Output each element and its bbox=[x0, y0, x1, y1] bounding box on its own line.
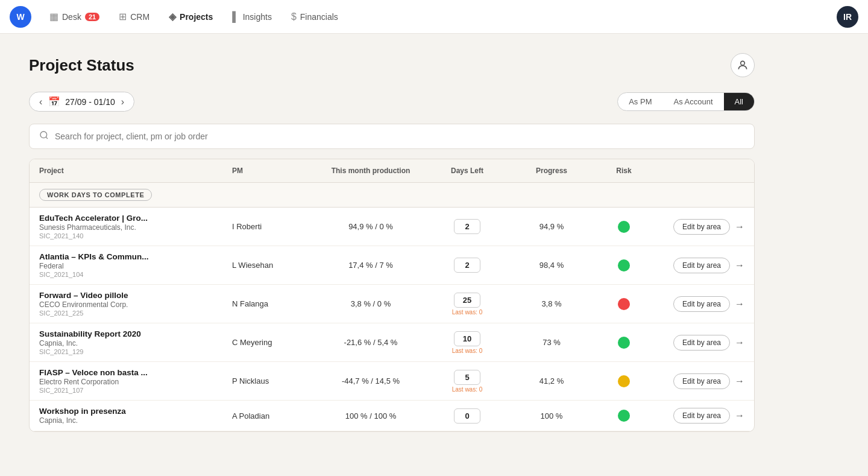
days-box-row4: 10 bbox=[454, 331, 480, 346]
days-sub-row5: Last was: 0 bbox=[425, 386, 509, 393]
days-cell-row5: 5 Last was: 0 bbox=[425, 370, 509, 393]
pm-cell-row1: I Roberti bbox=[232, 222, 316, 231]
nav-label-insights: Insights bbox=[243, 12, 272, 22]
project-client-row1: Sunesis Pharmaceuticals, Inc. bbox=[39, 223, 232, 232]
project-table: ProjectPMThis month productionDays LeftP… bbox=[29, 159, 755, 432]
edit-area-button-row1[interactable]: Edit by area bbox=[673, 219, 730, 235]
row-arrow-button-row4[interactable]: → bbox=[735, 337, 744, 348]
project-cell-row2: Atlantia – KPIs & Commun... Federal SIC_… bbox=[39, 252, 232, 278]
production-cell-row2: 17,4 % / 7 % bbox=[316, 261, 425, 270]
project-name-row3: Forward – Video pillole bbox=[39, 291, 232, 300]
nav-item-crm[interactable]: ⊞CRM bbox=[110, 7, 158, 26]
nav-item-insights[interactable]: ▌Insights bbox=[224, 8, 280, 26]
svg-line-2 bbox=[46, 137, 48, 139]
days-box-row2: 2 bbox=[454, 258, 480, 273]
table-row-row4: Sustainability Report 2020 Capnia, Inc. … bbox=[30, 323, 754, 362]
project-client-row4: Capnia, Inc. bbox=[39, 339, 232, 347]
row-arrow-button-row3[interactable]: → bbox=[735, 299, 744, 309]
edit-area-button-row4[interactable]: Edit by area bbox=[673, 335, 730, 351]
progress-cell-row3: 3,8 % bbox=[509, 299, 594, 308]
days-cell-row6: 0 bbox=[425, 408, 509, 424]
risk-dot-row3 bbox=[618, 298, 630, 310]
table-row-row3: Forward – Video pillole CECO Environment… bbox=[30, 285, 754, 323]
th-project: Project bbox=[39, 167, 232, 175]
th-progress: Progress bbox=[509, 167, 594, 175]
search-input[interactable] bbox=[55, 132, 744, 141]
days-box-row3: 25 bbox=[454, 293, 480, 308]
logo[interactable]: W bbox=[10, 6, 31, 28]
nav-label-financials: Financials bbox=[300, 12, 338, 22]
th-actions bbox=[654, 167, 744, 175]
row-arrow-button-row2[interactable]: → bbox=[735, 260, 744, 271]
nav-label-crm: CRM bbox=[130, 12, 149, 22]
risk-dot-row2 bbox=[618, 259, 630, 271]
nav-item-desk[interactable]: ▦Desk21 bbox=[41, 7, 108, 26]
risk-dot-row5 bbox=[618, 375, 630, 387]
controls-row: ‹ 📅 27/09 - 01/10 › As PMAs AccountAll bbox=[29, 92, 755, 112]
nav-item-financials[interactable]: $Financials bbox=[283, 8, 347, 26]
view-toggle-as-pm[interactable]: As PM bbox=[618, 93, 662, 110]
row-arrow-button-row1[interactable]: → bbox=[735, 221, 744, 232]
risk-cell-row4 bbox=[594, 337, 654, 349]
profile-icon-button[interactable] bbox=[731, 53, 755, 77]
project-name-row2: Atlantia – KPIs & Commun... bbox=[39, 252, 232, 261]
date-range-picker[interactable]: ‹ 📅 27/09 - 01/10 › bbox=[29, 92, 134, 112]
prev-date-button[interactable]: ‹ bbox=[38, 97, 43, 107]
project-name-row4: Sustainability Report 2020 bbox=[39, 329, 232, 338]
risk-cell-row6 bbox=[594, 410, 654, 422]
crm-nav-icon: ⊞ bbox=[119, 11, 127, 22]
table-row-row2: Atlantia – KPIs & Commun... Federal SIC_… bbox=[30, 246, 754, 285]
project-code-row1: SIC_2021_140 bbox=[39, 232, 232, 240]
user-avatar[interactable]: IR bbox=[837, 6, 858, 28]
actions-cell-row4: Edit by area → bbox=[654, 335, 744, 351]
page-title: Project Status bbox=[29, 56, 134, 75]
nav-item-projects[interactable]: ◈Projects bbox=[160, 7, 221, 26]
actions-cell-row2: Edit by area → bbox=[654, 258, 744, 273]
edit-area-button-row6[interactable]: Edit by area bbox=[673, 408, 730, 424]
actions-cell-row5: Edit by area → bbox=[654, 373, 744, 389]
edit-area-button-row3[interactable]: Edit by area bbox=[673, 296, 730, 312]
next-date-button[interactable]: › bbox=[120, 97, 125, 107]
row-arrow-button-row5[interactable]: → bbox=[735, 376, 744, 387]
actions-cell-row3: Edit by area → bbox=[654, 296, 744, 312]
profile-icon bbox=[737, 59, 749, 71]
edit-area-button-row5[interactable]: Edit by area bbox=[673, 373, 730, 389]
view-toggle-all[interactable]: All bbox=[724, 93, 754, 110]
desk-nav-icon: ▦ bbox=[49, 11, 58, 22]
project-code-row5: SIC_2021_107 bbox=[39, 387, 232, 394]
view-toggle-as-account[interactable]: As Account bbox=[663, 93, 724, 110]
group-label: WORK DAYS TO COMPLETE bbox=[39, 189, 152, 201]
th-production: This month production bbox=[316, 167, 425, 175]
svg-point-1 bbox=[40, 132, 47, 138]
project-code-row3: SIC_2021_225 bbox=[39, 309, 232, 317]
row-arrow-button-row6[interactable]: → bbox=[735, 410, 744, 421]
financials-nav-icon: $ bbox=[291, 11, 297, 22]
table-body: EduTech Accelerator | Gro... Sunesis Pha… bbox=[30, 208, 754, 431]
risk-cell-row1 bbox=[594, 221, 654, 233]
project-client-row6: Capnia, Inc. bbox=[39, 416, 232, 425]
th-risk: Risk bbox=[594, 167, 654, 175]
nav-badge-desk: 21 bbox=[85, 13, 99, 21]
project-client-row5: Electro Rent Corporation bbox=[39, 378, 232, 386]
project-code-row4: SIC_2021_129 bbox=[39, 348, 232, 355]
project-cell-row6: Workshop in presenza Capnia, Inc. bbox=[39, 407, 232, 425]
days-box-row1: 2 bbox=[454, 219, 480, 234]
date-range-label: 27/09 - 01/10 bbox=[65, 97, 115, 107]
risk-cell-row5 bbox=[594, 375, 654, 387]
edit-area-button-row2[interactable]: Edit by area bbox=[673, 258, 730, 273]
progress-cell-row6: 100 % bbox=[509, 411, 594, 420]
project-name-row1: EduTech Accelerator | Gro... bbox=[39, 214, 232, 223]
search-bar bbox=[29, 124, 755, 149]
production-cell-row3: 3,8 % / 0 % bbox=[316, 299, 425, 308]
table-header: ProjectPMThis month productionDays LeftP… bbox=[30, 159, 754, 183]
actions-cell-row1: Edit by area → bbox=[654, 219, 744, 235]
progress-cell-row4: 73 % bbox=[509, 338, 594, 347]
table-row-row6: Workshop in presenza Capnia, Inc. A Pola… bbox=[30, 401, 754, 431]
risk-cell-row3 bbox=[594, 298, 654, 310]
th-pm: PM bbox=[232, 167, 316, 175]
main-content: Project Status ‹ 📅 27/09 - 01/10 › As PM… bbox=[0, 34, 784, 451]
days-box-row6: 0 bbox=[454, 408, 480, 424]
top-nav: W ▦Desk21⊞CRM◈Projects▌Insights$Financia… bbox=[0, 0, 868, 34]
view-toggle: As PMAs AccountAll bbox=[617, 92, 755, 111]
days-box-row5: 5 bbox=[454, 370, 480, 385]
